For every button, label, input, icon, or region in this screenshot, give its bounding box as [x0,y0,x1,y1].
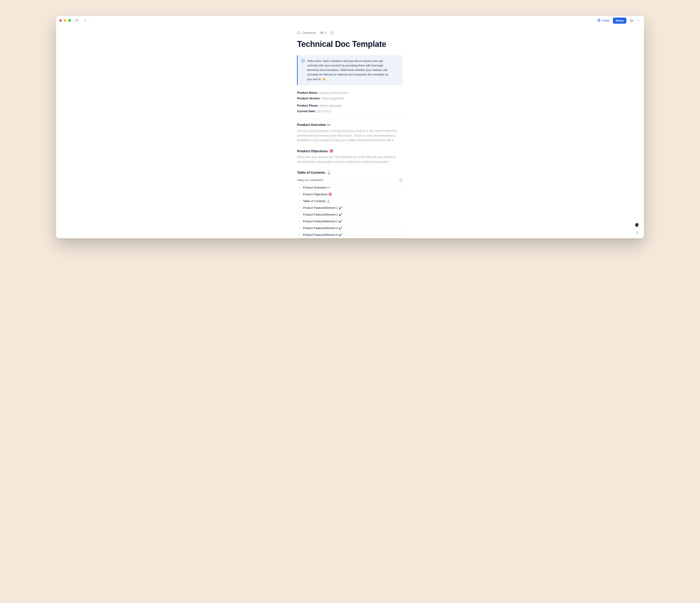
doc-viewport: Comments 0 Technical Doc Template [56,25,644,238]
toc-item-label: Product Feature/Element 2 ✔️ [303,213,342,216]
window-close-button[interactable] [59,19,62,22]
nav-forward-button[interactable] [89,19,93,23]
clap-icon: 👏 [322,77,326,81]
views-count: 0 [325,31,326,34]
nav-back-button[interactable] [83,19,87,23]
share-button[interactable]: Share [613,18,626,24]
titlebar-right: Public Share [597,18,641,24]
product-version-label: Product Version: [297,97,320,100]
refresh-button[interactable] [330,31,334,34]
more-menu-icon[interactable] [637,19,641,23]
comments-button[interactable]: Comments [297,31,316,34]
field-product-version[interactable]: Product Version: Where applicable [297,96,403,101]
svg-point-6 [638,20,638,21]
favorite-icon[interactable] [629,19,633,23]
section-toc-heading: Table of Contents [297,170,325,174]
bullet-icon [299,207,300,208]
nav-arrows [83,19,93,23]
public-label: Public [602,19,610,22]
svg-point-12 [303,60,303,60]
bullet-icon [299,214,300,215]
bullet-icon [299,234,300,235]
eye-icon [320,31,323,34]
target-icon: 🎯 [329,149,333,153]
toc-item[interactable]: Product Feature/Element 4 ✔️ [297,225,403,232]
floating-actions: 🌒 ? [635,223,640,235]
toc-item[interactable]: Table of Contents ⚓ [297,198,403,204]
views-button[interactable]: 0 [320,31,326,34]
bullet-icon [299,200,300,201]
window-controls [59,19,71,22]
toc-header-label: TABLE OF CONTENTS [297,179,323,182]
doc-meta-row: Comments 0 [297,31,403,34]
toc-collapse-button[interactable] [398,178,403,183]
toc-item[interactable]: Product Overview 👀 [297,184,403,191]
bullet-icon [299,221,300,222]
svg-point-7 [639,20,639,21]
theme-toggle-icon[interactable]: 🌒 [635,223,640,227]
page-title[interactable]: Technical Doc Template [297,40,403,49]
toc-item[interactable]: Product Feature/Element 5 ✔️ [297,232,403,238]
field-current-date[interactable]: Current Date: 2021-03-23 [297,109,403,114]
section-toc-title[interactable]: Table of Contents ⚓ [297,170,403,174]
current-date-value: 2021-03-23 [317,110,332,113]
comment-icon [297,31,300,34]
titlebar: Public Share [56,16,644,25]
product-version-value: Where applicable [321,97,344,100]
bullet-icon [299,194,300,195]
svg-point-8 [640,20,640,21]
document-content: Comments 0 Technical Doc Template [297,31,403,238]
eyes-icon: 👀 [327,123,331,127]
toc-block-header: TABLE OF CONTENTS [297,176,403,184]
toc-item-label: Product Feature/Element 3 ✔️ [303,220,342,223]
svg-point-9 [321,32,322,33]
toc-list: Product Overview 👀 Product Objectives 🎯 … [297,184,403,238]
toc-item-label: Product Feature/Element 4 ✔️ [303,226,342,230]
toc-item[interactable]: Product Feature/Element 2 ✔️ [297,211,403,218]
comments-label: Comments [302,31,316,34]
info-icon [301,59,305,64]
toc-item[interactable]: Product Feature/Element 1 ✔️ [297,204,403,211]
product-phase-label: Product Phase: [297,104,318,107]
bullet-icon [299,187,300,188]
product-phase-value: Where applicable [319,104,342,107]
callout-text: Help users, team members and just about … [307,59,389,81]
toc-item-label: Product Objectives 🎯 [303,193,332,196]
toc-item-label: Product Feature/Element 1 ✔️ [303,206,342,210]
field-product-phase[interactable]: Product Phase: Where applicable [297,103,403,108]
help-icon[interactable]: ? [636,231,638,235]
product-name-value: Fabulous New Product [319,91,349,94]
section-overview-title[interactable]: Product Overview 👀 [297,123,403,127]
public-link[interactable]: Public [597,19,610,23]
bullet-icon [299,227,300,228]
svg-marker-5 [630,19,633,22]
callout-body: Help users, team members and just about … [307,59,394,81]
anchor-icon: ⚓ [327,170,331,174]
refresh-icon [330,31,334,34]
window-zoom-button[interactable] [68,19,71,22]
section-overview-heading: Product Overview [297,123,326,127]
toc-item[interactable]: Product Feature/Element 3 ✔️ [297,218,403,225]
section-objectives-title[interactable]: Product Objectives 🎯 [297,149,403,153]
field-product-name[interactable]: Product Name: Fabulous New Product [297,91,403,95]
current-date-label: Current Date: [297,110,316,113]
window-minimize-button[interactable] [64,19,67,22]
section-objectives-body[interactable]: What does your product do? How should it… [297,155,403,164]
info-callout[interactable]: Help users, team members and just about … [297,55,403,85]
toc-item-label: Product Feature/Element 5 ✔️ [303,233,342,237]
titlebar-left [59,19,93,23]
globe-icon [597,19,600,23]
app-window: Public Share Comments [56,16,644,238]
section-overview-body[interactable]: Provide a brief summary covering what yo… [297,129,403,143]
product-name-label: Product Name: [297,91,318,94]
toc-item[interactable]: Product Objectives 🎯 [297,191,403,198]
sidebar-toggle-icon[interactable] [75,19,79,23]
toc-item-label: Product Overview 👀 [303,186,330,189]
section-objectives-heading: Product Objectives [297,149,328,153]
toc-item-label: Table of Contents ⚓ [303,199,330,203]
